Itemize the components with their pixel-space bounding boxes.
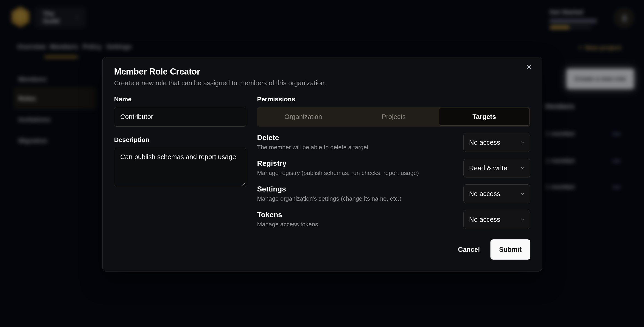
permission-row-registry: Registry Manage registry (publish schema… (257, 159, 530, 177)
chevron-down-icon (520, 140, 525, 145)
modal-subtitle: Create a new role that can be assigned t… (114, 79, 530, 87)
permission-row-tokens: Tokens Manage access tokens No access (257, 210, 530, 229)
modal-footer: Cancel Submit (257, 239, 530, 260)
settings-access-select[interactable]: No access (464, 184, 530, 203)
permissions-column: Permissions Organization Projects Target… (257, 96, 530, 260)
modal-body: Name Description Can publish schemas and… (114, 96, 530, 260)
permission-title: Tokens (257, 211, 318, 219)
permission-title: Registry (257, 159, 419, 168)
permission-row-settings: Settings Manage organization's settings … (257, 184, 530, 203)
app-root: The Guild Get Started Overview Members P… (0, 0, 644, 327)
close-icon[interactable]: ✕ (526, 63, 533, 71)
selected-value: Read & write (469, 164, 507, 172)
tokens-access-select[interactable]: No access (464, 210, 530, 229)
description-label: Description (114, 136, 246, 144)
role-description-textarea[interactable]: Can publish schemas and report usage (114, 148, 246, 187)
selected-value: No access (469, 216, 500, 223)
permission-description: The member will be able to delete a targ… (257, 144, 368, 151)
registry-access-select[interactable]: Read & write (464, 159, 530, 177)
member-role-creator-modal: ✕ Member Role Creator Create a new role … (102, 57, 542, 272)
role-details-column: Name Description Can publish schemas and… (114, 96, 246, 260)
tab-targets[interactable]: Targets (439, 108, 530, 126)
permission-description: Manage organization's settings (change i… (257, 195, 402, 202)
permissions-tabgroup: Organization Projects Targets (257, 107, 530, 127)
selected-value: No access (469, 139, 500, 146)
permission-description: Manage access tokens (257, 221, 318, 228)
name-label: Name (114, 96, 246, 103)
permission-title: Delete (257, 133, 368, 142)
cancel-button[interactable]: Cancel (450, 239, 488, 260)
chevron-down-icon (520, 191, 525, 196)
chevron-down-icon (520, 166, 525, 171)
permission-description: Manage registry (publish schemas, run ch… (257, 169, 419, 177)
delete-access-select[interactable]: No access (464, 133, 530, 152)
selected-value: No access (469, 190, 500, 198)
tab-organization[interactable]: Organization (258, 108, 348, 126)
modal-title: Member Role Creator (114, 67, 530, 77)
permissions-label: Permissions (257, 96, 530, 103)
role-name-input[interactable] (114, 107, 246, 127)
permission-row-delete: Delete The member will be able to delete… (257, 133, 530, 152)
permission-title: Settings (257, 185, 402, 193)
chevron-down-icon (520, 217, 525, 222)
tab-projects[interactable]: Projects (348, 108, 439, 126)
submit-button[interactable]: Submit (490, 239, 530, 260)
